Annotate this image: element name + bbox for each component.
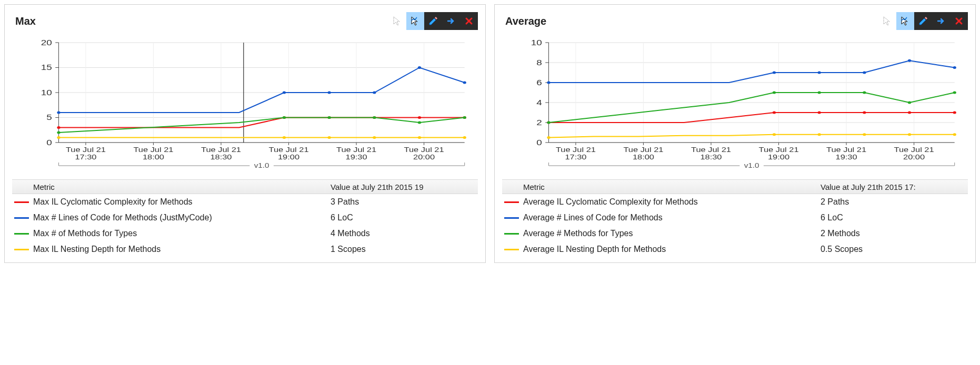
series-swatch <box>504 217 519 219</box>
svg-point-137 <box>547 121 550 124</box>
svg-text:19:30: 19:30 <box>836 154 857 161</box>
chart-cursor-icon[interactable] <box>896 12 914 30</box>
svg-point-131 <box>547 82 550 84</box>
cursor-icon[interactable] <box>878 12 896 30</box>
svg-point-53 <box>283 92 286 94</box>
table-header: Metric Value at July 21th 2015 19 <box>12 179 478 194</box>
edit-icon[interactable] <box>914 12 932 30</box>
svg-text:4: 4 <box>536 98 542 107</box>
svg-text:0: 0 <box>46 138 52 147</box>
svg-point-124 <box>953 111 956 114</box>
svg-point-122 <box>863 111 866 114</box>
metric-rows: Max IL Cyclomatic Complexity for Methods… <box>12 194 478 257</box>
svg-text:19:00: 19:00 <box>278 154 299 161</box>
panel-title: Average <box>505 15 546 27</box>
svg-text:20:00: 20:00 <box>413 154 435 161</box>
table-row[interactable]: Max IL Nesting Depth for Methods1 Scopes <box>12 241 478 257</box>
close-icon[interactable] <box>460 12 478 30</box>
svg-point-58 <box>57 111 60 114</box>
series-swatch <box>14 249 29 250</box>
chart-average[interactable]: 0246810Tue Jul 2117:30Tue Jul 2118:00Tue… <box>502 37 968 174</box>
svg-point-56 <box>418 66 421 69</box>
edit-icon[interactable] <box>424 12 442 30</box>
svg-point-127 <box>817 72 821 74</box>
chart-max[interactable]: 05101520Tue Jul 2117:30Tue Jul 2118:00Tu… <box>12 37 478 174</box>
arrow-right-icon[interactable] <box>932 12 950 30</box>
metric-cell: Max IL Cyclomatic Complexity for Methods <box>33 197 331 207</box>
value-cell: 4 Methods <box>331 229 478 238</box>
metric-cell: Max # Lines of Code for Methods (JustMyC… <box>33 213 331 222</box>
series-swatch <box>14 233 29 235</box>
svg-text:Tue Jul 21: Tue Jul 21 <box>623 146 663 154</box>
value-cell: 2 Methods <box>821 229 968 238</box>
series-swatch <box>504 249 519 250</box>
svg-text:Tue Jul 21: Tue Jul 21 <box>556 146 596 154</box>
arrow-right-icon[interactable] <box>442 12 460 30</box>
metric-header[interactable]: Metric <box>33 182 331 191</box>
svg-point-142 <box>953 133 956 136</box>
value-cell: 1 Scopes <box>331 245 478 254</box>
svg-point-64 <box>57 131 60 134</box>
svg-text:17:30: 17:30 <box>75 154 96 161</box>
panel-header: Max <box>12 12 478 30</box>
svg-text:5: 5 <box>46 113 52 122</box>
svg-text:15: 15 <box>41 63 52 72</box>
svg-point-143 <box>547 136 550 139</box>
series-swatch <box>14 217 29 219</box>
svg-text:Tue Jul 21: Tue Jul 21 <box>691 146 731 154</box>
svg-point-129 <box>908 59 911 62</box>
table-row[interactable]: Average # Methods for Types2 Methods <box>502 226 968 241</box>
table-row[interactable]: Max # Lines of Code for Methods (JustMyC… <box>12 210 478 226</box>
cursor-icon[interactable] <box>388 12 406 30</box>
table-row[interactable]: Average IL Cyclomatic Complexity for Met… <box>502 194 968 210</box>
svg-text:18:00: 18:00 <box>143 154 164 161</box>
svg-point-130 <box>953 66 956 69</box>
close-icon[interactable] <box>950 12 968 30</box>
svg-text:18:30: 18:30 <box>700 154 722 161</box>
metric-cell: Average # Lines of Code for Methods <box>523 213 821 222</box>
table-row[interactable]: Average # Lines of Code for Methods6 LoC <box>502 210 968 226</box>
svg-text:Tue Jul 21: Tue Jul 21 <box>269 146 309 154</box>
metric-header[interactable]: Metric <box>523 182 821 191</box>
table-row[interactable]: Max # of Methods for Types4 Methods <box>12 226 478 241</box>
svg-text:8: 8 <box>536 58 542 67</box>
svg-point-55 <box>373 92 376 94</box>
svg-text:18:30: 18:30 <box>210 154 232 161</box>
metric-rows: Average IL Cyclomatic Complexity for Met… <box>502 194 968 257</box>
value-cell: 0.5 Scopes <box>821 245 968 254</box>
svg-text:Tue Jul 21: Tue Jul 21 <box>66 146 106 154</box>
svg-point-126 <box>773 72 776 74</box>
svg-point-135 <box>908 102 911 104</box>
metric-cell: Max # of Methods for Types <box>33 229 331 238</box>
chart-cursor-icon[interactable] <box>406 12 424 30</box>
svg-text:10: 10 <box>41 88 52 97</box>
svg-text:Tue Jul 21: Tue Jul 21 <box>133 146 173 154</box>
svg-point-52 <box>57 126 60 129</box>
metric-cell: Average IL Nesting Depth for Methods <box>523 245 821 254</box>
panel-header: Average <box>502 12 968 30</box>
value-header[interactable]: Value at July 21th 2015 17: <box>821 182 968 191</box>
toolbar <box>388 12 478 30</box>
svg-text:Tue Jul 21: Tue Jul 21 <box>894 146 934 154</box>
svg-point-140 <box>863 133 866 136</box>
svg-text:18:00: 18:00 <box>633 154 654 161</box>
svg-text:6: 6 <box>536 78 542 87</box>
value-header[interactable]: Value at July 21th 2015 19 <box>331 182 478 191</box>
svg-point-70 <box>57 136 60 139</box>
svg-point-54 <box>327 92 331 94</box>
svg-text:20:00: 20:00 <box>903 154 925 161</box>
panel-average: Average 0246810Tue Jul 2117:30Tue Jul 21… <box>494 4 976 263</box>
svg-point-136 <box>953 92 956 94</box>
svg-point-121 <box>817 111 821 114</box>
svg-text:Tue Jul 21: Tue Jul 21 <box>201 146 241 154</box>
series-swatch <box>504 233 519 235</box>
svg-point-132 <box>773 92 776 94</box>
svg-point-67 <box>373 136 376 139</box>
svg-text:Tue Jul 21: Tue Jul 21 <box>336 146 376 154</box>
table-row[interactable]: Max IL Cyclomatic Complexity for Methods… <box>12 194 478 210</box>
svg-point-59 <box>283 116 286 119</box>
svg-point-57 <box>463 82 466 84</box>
svg-point-61 <box>373 116 376 119</box>
svg-point-62 <box>418 121 421 124</box>
table-row[interactable]: Average IL Nesting Depth for Methods0.5 … <box>502 241 968 257</box>
